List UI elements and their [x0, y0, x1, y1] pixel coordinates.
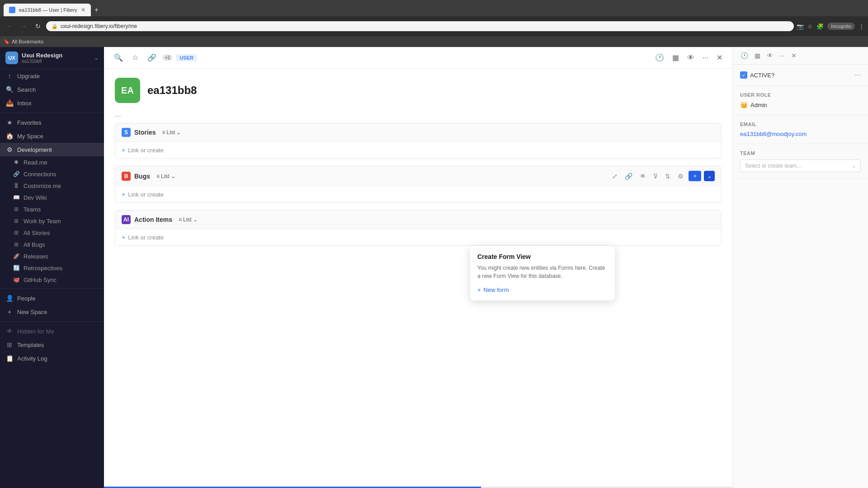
- panel-more-button[interactable]: ···: [777, 51, 787, 61]
- sidebar-item-inbox[interactable]: 📥 Inbox: [0, 96, 104, 110]
- view-chevron-action-icon: ⌄: [193, 216, 198, 223]
- forward-button[interactable]: →: [18, 21, 30, 32]
- stories-view-selector[interactable]: ≡ List ⌄: [159, 128, 184, 136]
- more-browser-button[interactable]: ⋮: [859, 23, 864, 30]
- star-toolbar-button[interactable]: ☆: [129, 52, 141, 64]
- link-toolbar-button[interactable]: 🔗: [145, 52, 159, 64]
- main-content: 🔍 ☆ 🔗 +1 USER 🕐 ▦ 👁 ··· ✕ EA ea131bb8: [104, 47, 732, 488]
- readme-icon: ✱: [13, 159, 20, 166]
- sidebar-label-upgrade: Upgrade: [17, 73, 40, 80]
- filter-bugs-button[interactable]: ⊽: [651, 171, 660, 181]
- bookmarks-bar: 🔖 All Bookmarks: [0, 36, 868, 47]
- sidebar-item-upgrade[interactable]: ↑ Upgrade: [0, 69, 104, 83]
- sidebar-label-githubsync: GitHub Sync: [24, 277, 57, 283]
- sidebar-sub-item-retrospectives[interactable]: 🔄 Retrospectives: [0, 262, 104, 274]
- active-checkbox[interactable]: ✓: [740, 71, 747, 79]
- sidebar-item-activitylog[interactable]: 📋 Activity Log: [0, 352, 104, 365]
- sidebar-item-favorites[interactable]: ★ Favorites: [0, 116, 104, 129]
- view-chevron-icon: ⌄: [176, 129, 181, 136]
- settings-bugs-button[interactable]: ⚙: [675, 171, 686, 181]
- panel-clock-button[interactable]: 🕐: [738, 51, 750, 61]
- eye-toolbar-button[interactable]: 👁: [684, 52, 697, 64]
- tab-bar: ea131bb8 — User | Fibery ✕ +: [0, 0, 868, 16]
- sidebar-sub-item-teams[interactable]: ⊞ Teams: [0, 203, 104, 215]
- star-icon[interactable]: ☆: [807, 23, 813, 30]
- sidebar-item-search[interactable]: 🔍 Search: [0, 83, 104, 96]
- profile-more-button[interactable]: ...: [115, 110, 722, 118]
- url-text: uxui-redesign.fibery.io/fibery/me: [61, 23, 137, 29]
- team-select-arrow-icon: ⌄: [852, 163, 856, 169]
- profile-section: EA ea131bb8 ...: [104, 69, 732, 123]
- stories-section-icon: S: [122, 128, 131, 137]
- action-items-section-icon: AI: [122, 215, 131, 224]
- sidebar-sub-item-allbugs[interactable]: ⊞ All Bugs: [0, 239, 104, 250]
- bugs-section-icon: B: [122, 172, 131, 181]
- action-items-view-selector[interactable]: ≡ List ⌄: [176, 216, 200, 224]
- sidebar-sub-item-githubsync[interactable]: 🐙 GitHub Sync: [0, 274, 104, 286]
- panel-layout-button[interactable]: ▦: [752, 51, 763, 61]
- stories-section-title: Stories: [134, 129, 156, 136]
- browser-tab[interactable]: ea131bb8 — User | Fibery ✕: [4, 4, 91, 16]
- sidebar-label-retrospectives: Retrospectives: [24, 265, 62, 272]
- sidebar-sub-item-customizeme[interactable]: 🎛 Customize.me: [0, 180, 104, 192]
- sidebar-sub-item-workbyteam[interactable]: ⊞ Work by Team: [0, 215, 104, 227]
- add-bugs-dropdown-button[interactable]: ⌄: [704, 171, 715, 181]
- toolbar-right: 🕐 ▦ 👁 ··· ✕: [652, 52, 725, 64]
- sidebar-sub-item-allstories[interactable]: ⊞ All Stories: [0, 227, 104, 239]
- people-icon: 👤: [5, 294, 14, 302]
- search-toolbar-button[interactable]: 🔍: [111, 52, 126, 64]
- new-tab-button[interactable]: +: [91, 6, 102, 14]
- connections-icon: 🔗: [13, 170, 20, 178]
- action-items-link-or-create[interactable]: + Link or create: [115, 229, 721, 245]
- stories-link-or-create[interactable]: + Link or create: [115, 142, 721, 158]
- activitylog-icon: 📋: [5, 354, 14, 362]
- active-field-more-button[interactable]: ···: [855, 71, 861, 79]
- bookmarks-label: All Bookmarks: [12, 39, 43, 44]
- eye-bugs-button[interactable]: 👁: [637, 171, 648, 181]
- sidebar-sub-item-devwiki[interactable]: 📖 Dev Wiki: [0, 192, 104, 203]
- sort-bugs-button[interactable]: ⇅: [663, 171, 673, 181]
- address-bar[interactable]: 🔒 uxui-redesign.fibery.io/fibery/me: [46, 21, 794, 31]
- sidebar-item-myspace[interactable]: 🏠 My Space: [0, 129, 104, 143]
- new-form-button[interactable]: + New form: [477, 286, 608, 293]
- search-icon: 🔍: [5, 85, 14, 94]
- reload-button[interactable]: ↻: [33, 21, 43, 32]
- bugs-link-or-create[interactable]: + Link or create: [115, 186, 721, 202]
- panel-user-role-field: USER ROLE 👑 Admin: [733, 86, 868, 115]
- bugs-view-selector[interactable]: ≡ List ⌄: [154, 172, 178, 180]
- sidebar-header[interactable]: UX Uxui Redesign ea131bb8 ⌄: [0, 47, 104, 69]
- sidebar-label-inbox: Inbox: [17, 100, 32, 107]
- expand-bugs-button[interactable]: ⤢: [610, 171, 620, 181]
- sidebar-sub-item-connections[interactable]: 🔗 Connections: [0, 168, 104, 180]
- browser-chrome: ea131bb8 — User | Fibery ✕ + ← → ↻ 🔒 uxu…: [0, 0, 868, 47]
- more-toolbar-button[interactable]: ···: [700, 52, 711, 64]
- popup-title: Create Form View: [477, 253, 608, 260]
- team-label: TEAM: [740, 150, 861, 156]
- sidebar-item-newspace[interactable]: + New Space: [0, 305, 104, 319]
- panel-close-button[interactable]: ✕: [789, 51, 799, 61]
- sidebar-label-workbyteam: Work by Team: [24, 218, 61, 225]
- back-button[interactable]: ←: [4, 21, 15, 32]
- add-bugs-button[interactable]: +: [689, 171, 701, 181]
- popup-description: You might create new entities via Forms …: [477, 264, 608, 280]
- email-value: ea131bb8@moodjoy.com: [740, 131, 861, 137]
- sidebar-item-hidden[interactable]: 👁 Hidden for Me: [0, 324, 104, 338]
- workspace-name: Uxui Redesign: [22, 52, 90, 59]
- profile-header: EA ea131bb8: [115, 78, 722, 103]
- sidebar-item-templates[interactable]: ⊞ Templates: [0, 338, 104, 352]
- panel-eye-button[interactable]: 👁: [764, 51, 775, 61]
- layout-toolbar-button[interactable]: ▦: [670, 52, 682, 64]
- sidebar-item-people[interactable]: 👤 People: [0, 291, 104, 305]
- sidebar-label-myspace: My Space: [17, 133, 43, 140]
- link-or-create-label: Link or create: [128, 147, 164, 154]
- team-select[interactable]: Select or create team... ⌄: [740, 160, 861, 172]
- bugs-section-header: B Bugs ≡ List ⌄ ⤢ 🔗 👁 ⊽ ⇅ ⚙ +: [115, 166, 721, 186]
- link-bugs-button[interactable]: 🔗: [623, 171, 635, 181]
- clock-toolbar-button[interactable]: 🕐: [652, 52, 667, 64]
- close-toolbar-button[interactable]: ✕: [714, 52, 725, 64]
- sidebar-label-templates: Templates: [17, 342, 44, 348]
- sidebar-sub-item-releases[interactable]: 🚀 Releases: [0, 250, 104, 262]
- sidebar-item-development[interactable]: ⚙ Development: [0, 143, 104, 156]
- sidebar-sub-item-readme[interactable]: ✱ Read.me: [0, 156, 104, 168]
- tab-close-button[interactable]: ✕: [81, 7, 85, 13]
